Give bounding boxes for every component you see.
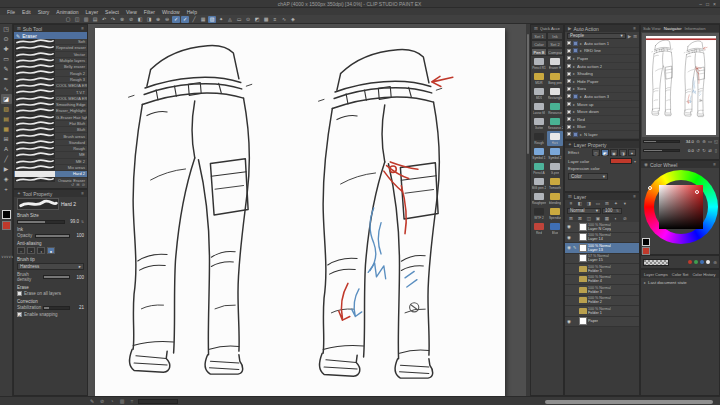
anti-aliasing-button[interactable]: ◑ (37, 247, 45, 254)
chevron-right-icon[interactable]: ▸ (573, 56, 575, 61)
layer-name[interactable]: Folder 1 (588, 311, 611, 315)
layer-thumbnail[interactable] (579, 223, 587, 231)
layer-visibility-eye-icon[interactable]: ◉ (566, 319, 572, 324)
brush-tip-label[interactable]: Brush tip (14, 255, 87, 262)
auto-action-set-dropdown[interactable]: People ▾ (567, 33, 626, 39)
brush-density-slider[interactable] (43, 275, 70, 279)
tool-icon[interactable]: ✎ (1, 64, 12, 74)
tool-icon[interactable]: ▨ (1, 104, 12, 114)
layer-toolbar-icon[interactable]: ⊠ (576, 216, 584, 221)
navigator-tab[interactable]: Sub View (643, 26, 661, 31)
navigator-zoom-slider[interactable] (643, 140, 680, 143)
enable-snapping-checkbox[interactable]: ✓ (17, 312, 22, 317)
command-icon[interactable]: ◫ (73, 16, 81, 23)
command-icon[interactable]: ▩ (262, 16, 270, 23)
effect-button[interactable]: ◩ (601, 149, 609, 156)
color-history-dot[interactable] (688, 260, 692, 264)
action-checkbox[interactable]: ✓ (567, 41, 571, 45)
menu-item[interactable]: Animation (53, 9, 81, 15)
command-icon[interactable]: ▢ (64, 16, 72, 23)
effect-button[interactable]: ◨ (619, 149, 627, 156)
auto-action-item[interactable]: ✓ ▸ Move up (565, 101, 639, 109)
layer-row[interactable]: ◉ ✎ 100 % Normal Layer 13 (565, 243, 639, 254)
action-checkbox[interactable]: ✓ (567, 102, 571, 106)
quick-access-item[interactable]: Resource (547, 101, 563, 116)
subtool-foot-icon[interactable]: ⊘ (82, 182, 85, 188)
panel-menu-icon[interactable]: ≡ (81, 26, 84, 31)
chevron-right-icon[interactable]: ▸ (580, 132, 582, 137)
auto-action-item[interactable]: ✓ ▸ Move down (565, 108, 639, 116)
menu-item[interactable]: Select (102, 9, 122, 15)
quick-access-item[interactable]: Eraser H (547, 56, 563, 71)
layer-name[interactable]: Layer 13 (588, 248, 611, 252)
ink-section-label[interactable]: Ink (14, 225, 87, 232)
tool-icon[interactable]: ◪ (1, 94, 12, 104)
auto-action-item[interactable]: ✓ ▸ RED line (565, 48, 639, 56)
command-icon[interactable]: ▤ (91, 16, 99, 23)
action-checkbox[interactable]: ✓ (567, 87, 571, 91)
quick-access-set-tab[interactable]: Color (531, 40, 547, 48)
quick-access-item[interactable]: Pencil R1 (531, 56, 547, 71)
quick-access-item[interactable]: Gutter (531, 116, 547, 131)
panel-menu-icon[interactable]: ≡ (633, 194, 636, 199)
command-icon[interactable]: ▥ (82, 16, 90, 23)
effect-button[interactable]: ✦ (628, 149, 636, 156)
anti-aliasing-button[interactable]: ◔ (27, 247, 35, 254)
command-icon[interactable]: ╱ (190, 16, 198, 23)
canvas-area[interactable] (88, 24, 530, 396)
status-icon[interactable]: ◔ (108, 398, 116, 405)
layer-toolbar-icon[interactable]: ⊞ (567, 216, 575, 221)
hue-marker[interactable] (648, 186, 652, 190)
stabilization-slider[interactable] (43, 306, 70, 310)
tool-icon[interactable]: ✚ (1, 44, 12, 54)
layer-comps-tab[interactable]: Color Set (672, 272, 689, 277)
command-icon[interactable]: ≡ (271, 16, 279, 23)
tool-icon[interactable]: ⊞ (1, 134, 12, 144)
tool-icon[interactable]: ◳ (1, 24, 12, 34)
chevron-right-icon[interactable]: ▸ (573, 71, 575, 76)
stabilization-value[interactable]: 21 (72, 305, 84, 310)
tool-icon[interactable]: ▤ (1, 114, 12, 124)
quick-access-item[interactable]: Symbol 1 (531, 146, 547, 161)
layer-visibility-eye-icon[interactable]: ◉ (566, 235, 572, 240)
command-icon[interactable]: ⊕ (154, 16, 162, 23)
command-icon[interactable]: ◨ (145, 16, 153, 23)
layer-row[interactable]: ◉ ✎ 100 % Normal Folder 4 (565, 275, 639, 286)
menu-item[interactable]: Help (184, 9, 200, 15)
brush-density-value[interactable]: 100 (72, 275, 84, 280)
command-icon[interactable]: ◩ (253, 16, 261, 23)
quick-access-item[interactable]: Resource 2 (547, 116, 563, 131)
navigator-rotate-icon[interactable]: ▯ (713, 148, 719, 153)
chevron-right-icon[interactable]: ▸ (573, 117, 575, 122)
chevron-right-icon[interactable]: ▸ (580, 48, 582, 53)
status-icon[interactable]: ▥ (118, 398, 126, 405)
brush-size-slider[interactable] (17, 220, 65, 224)
action-checkbox[interactable]: ✓ (567, 132, 571, 136)
layer-name[interactable]: Layer 15 (588, 258, 609, 262)
quick-access-item[interactable]: MD5 (531, 86, 547, 101)
background-color-swatch[interactable] (2, 221, 11, 230)
add-action-icon[interactable]: ⊞ (633, 34, 637, 39)
quick-access-item[interactable]: Hard (547, 131, 563, 146)
chevron-right-icon[interactable]: ▸ (573, 109, 575, 114)
folder-icon[interactable] (579, 266, 587, 272)
quick-access-item[interactable]: Milli pen 2 (531, 176, 547, 191)
layer-toolbar-icon[interactable]: ◧ (576, 201, 584, 206)
layer-visibility-eye-icon[interactable]: ◉ (566, 224, 572, 229)
layer-color-swatch[interactable] (610, 158, 632, 164)
navigator-thumbnail[interactable] (642, 33, 719, 137)
layer-row[interactable]: ◉ ✎ 100 % Normal Layer N Copy (565, 222, 639, 233)
command-icon[interactable]: ◬ (226, 16, 234, 23)
auto-action-item[interactable]: ✓ ▸ Auto action 2 (565, 63, 639, 71)
layer-toolbar-icon[interactable]: ⊞ (603, 201, 611, 206)
layer-name[interactable]: Folder 2 (588, 300, 611, 304)
status-icon[interactable]: ⌗ (128, 398, 136, 405)
command-icon[interactable]: ↷ (109, 16, 117, 23)
layer-comps-tab[interactable]: Layer Comps (644, 272, 668, 277)
command-icon[interactable]: ⊙ (244, 16, 252, 23)
menu-item[interactable]: Layer (83, 9, 102, 15)
effect-button[interactable]: ◫ (592, 149, 600, 156)
navigator-tab[interactable]: Information (685, 26, 706, 31)
close-button[interactable]: × (713, 1, 716, 7)
color-history-dot[interactable] (700, 260, 704, 264)
